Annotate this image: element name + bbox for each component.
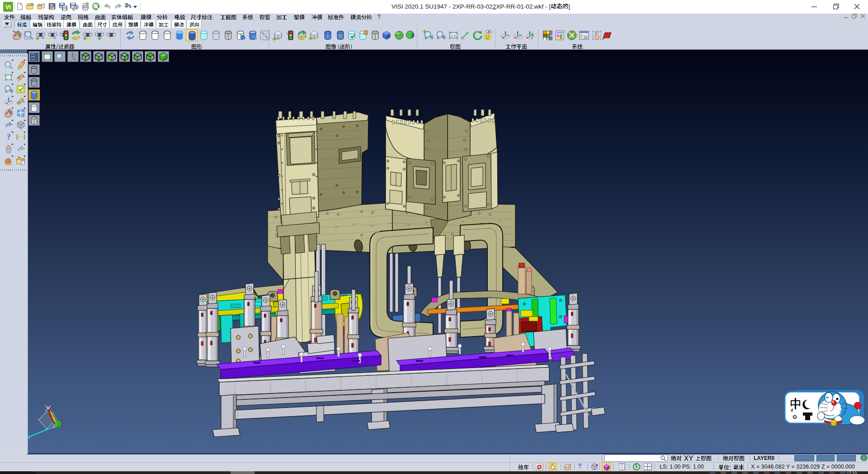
svg-text:Vi: Vi: [5, 4, 11, 10]
svg-text:?: ?: [6, 133, 10, 142]
svg-text:1:1: 1:1: [451, 33, 456, 38]
